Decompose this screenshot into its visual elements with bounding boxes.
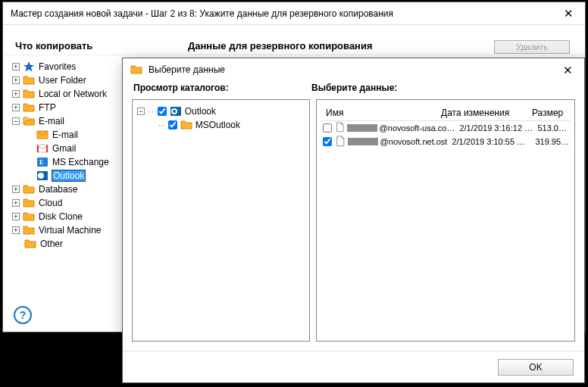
- svg-marker-0: [23, 61, 34, 72]
- expand-icon[interactable]: +: [12, 199, 20, 207]
- file-checkbox[interactable]: [323, 123, 332, 133]
- tree-item-database[interactable]: + Database: [12, 183, 126, 196]
- star-icon: [23, 61, 35, 73]
- tree-item-local-network[interactable]: + Local or Network: [12, 87, 126, 101]
- tree-label: Disk Clone: [38, 211, 83, 222]
- expand-icon[interactable]: +: [12, 63, 20, 70]
- tree-label: E-mail: [38, 116, 65, 126]
- file-row[interactable]: @novosoft.net.ost 2/1/2019 3:10:55 … 319…: [321, 135, 570, 148]
- tree-item-cloud[interactable]: + Cloud: [12, 196, 126, 210]
- tree-item-disk-clone[interactable]: + Disk Clone: [12, 210, 126, 223]
- tree-label: Virtual Machine: [38, 225, 102, 236]
- outlook-icon: [170, 105, 182, 117]
- folder-icon: [24, 238, 36, 250]
- header-what-to-copy: Что копировать: [3, 40, 185, 55]
- catalog-tree[interactable]: − ·· Outlook ·· MSOutlook: [132, 99, 310, 342]
- tree-item-outlook[interactable]: Outlook: [12, 169, 126, 183]
- svg-point-6: [39, 173, 43, 178]
- expand-icon[interactable]: +: [12, 226, 20, 234]
- file-date: 2/1/2019 3:16:12 …: [455, 123, 533, 133]
- tree-label: User Folder: [38, 75, 87, 86]
- expand-icon[interactable]: +: [12, 90, 20, 98]
- svg-text:E: E: [39, 159, 43, 166]
- tree-label: MS Exchange: [52, 157, 110, 167]
- collapse-icon[interactable]: −: [12, 117, 20, 125]
- file-name: @novosoft-usa.co…: [380, 123, 455, 133]
- files-panel[interactable]: Имя Дата изменения Размер @novosoft-usa.…: [316, 99, 575, 342]
- tree-label: Favorites: [38, 61, 77, 72]
- tree-item-ftp[interactable]: + FTP: [12, 101, 126, 114]
- dialog-footer: OK: [123, 351, 584, 382]
- tree-label: Database: [38, 184, 78, 195]
- tree-label: FTP: [38, 102, 57, 113]
- file-checkbox[interactable]: [323, 137, 332, 146]
- dialog-title: Выберите данные: [149, 64, 225, 75]
- tree-item-email-sub[interactable]: E-mail: [12, 128, 126, 142]
- tree-item-gmail[interactable]: Gmail: [12, 142, 126, 155]
- catalog-checkbox[interactable]: [158, 107, 167, 116]
- column-size[interactable]: Размер: [527, 108, 570, 118]
- tree-label: Local or Network: [38, 89, 108, 99]
- file-size: 319.95…: [530, 137, 570, 146]
- tree-item-ms-exchange[interactable]: E MS Exchange: [12, 155, 126, 169]
- expand-icon[interactable]: +: [12, 186, 20, 193]
- files-header: Имя Дата изменения Размер: [321, 105, 570, 121]
- svg-rect-2: [37, 145, 48, 152]
- select-data-dialog: Выберите данные ✕ Просмотр каталогов: Вы…: [122, 58, 585, 383]
- catalog-label: Outlook: [185, 106, 216, 117]
- tree-item-other[interactable]: Other: [12, 237, 126, 251]
- files-label: Выберите данные:: [311, 83, 574, 93]
- folder-icon: [130, 64, 142, 76]
- close-icon[interactable]: ✕: [552, 2, 585, 25]
- expand-icon[interactable]: +: [12, 213, 20, 220]
- ok-button[interactable]: OK: [498, 359, 574, 376]
- source-tree[interactable]: + Favorites + User Folder + Local or Net…: [12, 60, 126, 301]
- tree-label: Gmail: [52, 143, 77, 154]
- folder-icon: [23, 211, 35, 223]
- folder-icon: [23, 224, 35, 236]
- wizard-titlebar: Мастер создания новой задачи - Шаг 2 из …: [3, 2, 585, 25]
- outlook-icon: [36, 170, 48, 182]
- column-name[interactable]: Имя: [321, 108, 436, 118]
- envelope-icon: [36, 129, 48, 141]
- tree-item-user-folder[interactable]: + User Folder: [12, 73, 126, 87]
- gmail-icon: [36, 142, 48, 154]
- expand-icon[interactable]: +: [12, 76, 20, 84]
- file-row[interactable]: @novosoft-usa.co… 2/1/2019 3:16:12 … 513…: [321, 121, 570, 135]
- file-size: 513.00…: [533, 123, 570, 133]
- folder-open-icon: [23, 115, 35, 127]
- help-icon[interactable]: ?: [14, 306, 32, 324]
- tree-connector: ··: [158, 120, 165, 130]
- folder-icon: [23, 74, 35, 86]
- column-date[interactable]: Дата изменения: [436, 108, 527, 118]
- file-date: 2/1/2019 3:10:55 …: [447, 137, 530, 146]
- file-name: @novosoft.net.ost: [380, 137, 448, 146]
- folder-icon: [23, 183, 35, 195]
- folder-icon: [180, 119, 192, 131]
- catalog-checkbox[interactable]: [168, 120, 177, 130]
- catalog-label: MSOutlook: [195, 120, 240, 130]
- tree-label: Other: [39, 239, 64, 249]
- tree-item-email[interactable]: − E-mail: [12, 114, 126, 128]
- catalog-item-outlook[interactable]: − ·· Outlook: [137, 105, 305, 118]
- tree-item-favorites[interactable]: + Favorites: [12, 60, 126, 73]
- tree-item-virtual-machine[interactable]: + Virtual Machine: [12, 223, 126, 237]
- dialog-titlebar: Выберите данные ✕: [123, 58, 584, 81]
- tree-label: Cloud: [38, 198, 63, 208]
- redacted-text: [347, 124, 377, 132]
- exchange-icon: E: [36, 156, 48, 168]
- catalog-item-msoutlook[interactable]: ·· MSOutlook: [137, 118, 305, 132]
- expand-icon[interactable]: +: [12, 104, 20, 111]
- tree-label-selected: Outlook: [52, 170, 86, 182]
- folder-icon: [23, 197, 35, 209]
- delete-button[interactable]: Удалить: [494, 40, 570, 54]
- redacted-text: [348, 138, 378, 145]
- tree-connector: ··: [148, 106, 155, 117]
- file-icon: [335, 136, 346, 148]
- wizard-title: Мастер создания новой задачи - Шаг 2 из …: [11, 8, 393, 19]
- close-icon[interactable]: ✕: [551, 58, 584, 81]
- file-icon: [335, 122, 346, 134]
- header-backup-data: Данные для резервного копирования: [185, 40, 494, 55]
- folder-icon: [23, 101, 35, 114]
- collapse-icon[interactable]: −: [137, 108, 145, 115]
